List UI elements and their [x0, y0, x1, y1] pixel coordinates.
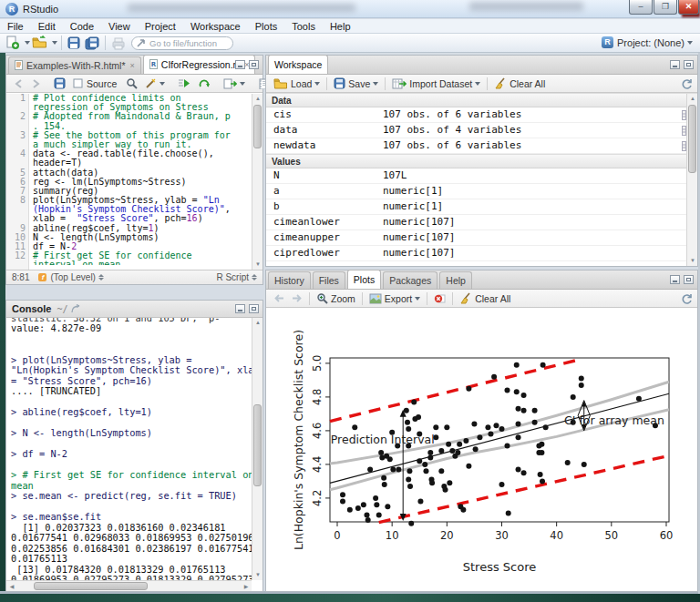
workspace-vertical-scrollbar[interactable]: ▲ ▼ [686, 94, 697, 266]
line-number: 12 [6, 251, 29, 260]
goto-file-search-input[interactable]: Go to file/function [131, 36, 233, 50]
workspace-row-cis[interactable]: cis107 obs. of 6 variables [266, 107, 697, 123]
rerun-previous-icon[interactable] [194, 76, 214, 92]
workspace-row-cimeanlower[interactable]: cimeanlowernumeric[107] [266, 215, 697, 230]
forward-icon[interactable] [27, 76, 45, 92]
scope-label[interactable]: (Top Level) [50, 272, 95, 282]
data-point [532, 408, 538, 413]
export-plot-button[interactable]: Export [365, 291, 424, 307]
tab-files[interactable]: Files [313, 271, 345, 289]
window-title: RStudio [23, 4, 58, 15]
data-point [539, 450, 544, 455]
scroll-up-arrow[interactable]: ▲ [687, 94, 698, 104]
pane-maximize-icon[interactable] [249, 60, 259, 69]
menu-workspace[interactable]: Workspace [183, 19, 248, 34]
scroll-right-arrow[interactable]: ▶ [241, 582, 252, 592]
pane-minimize-icon[interactable] [670, 60, 680, 69]
data-point [367, 466, 373, 472]
editor-vertical-scrollbar[interactable]: ▲ ▼ [252, 94, 262, 270]
plots-toolbar: Zoom Export Clear All [266, 290, 697, 308]
scroll-down-arrow[interactable]: ▼ [252, 570, 263, 580]
next-plot-icon[interactable] [288, 291, 306, 307]
pane-maximize-icon[interactable] [684, 275, 694, 284]
tab-workspace[interactable]: Workspace [268, 55, 328, 74]
file-type-label[interactable]: R Script [216, 272, 249, 282]
code-tools-caret[interactable] [160, 82, 165, 86]
new-file-caret[interactable] [25, 41, 30, 45]
pane-minimize-icon[interactable] [235, 304, 245, 313]
previous-plot-icon[interactable] [270, 291, 288, 307]
load-workspace-button[interactable]: Load [270, 76, 324, 92]
data-point [521, 393, 527, 398]
open-file-caret[interactable] [52, 41, 57, 45]
workspace-row-a[interactable]: anumeric[1] [266, 184, 697, 199]
new-file-icon[interactable] [5, 36, 20, 50]
goto-directory-icon[interactable] [71, 304, 82, 313]
workspace-row-cimeanupper[interactable]: cimeanuppernumeric[107] [266, 230, 697, 246]
menu-plots[interactable]: Plots [248, 19, 284, 34]
remove-plot-icon[interactable] [430, 291, 449, 307]
close-button[interactable]: ✕ [678, 0, 699, 15]
console-horizontal-scrollbar[interactable]: ◀ ▶ [6, 580, 252, 591]
run-line-icon[interactable] [174, 76, 194, 92]
pane-minimize-icon[interactable] [235, 60, 245, 69]
workspace-row-cipredlower[interactable]: cipredlowernumeric[107] [266, 246, 697, 261]
workspace-row-data[interactable]: data107 obs. of 4 variables [266, 123, 697, 138]
find-replace-icon[interactable] [122, 76, 141, 92]
menu-tools[interactable]: Tools [284, 19, 323, 34]
tab-examples-with-r-html-[interactable]: Examples-With-R.html*× [8, 56, 141, 74]
pane-minimize-icon[interactable] [670, 275, 680, 284]
scroll-down-arrow[interactable]: ▼ [252, 260, 263, 270]
scrollbar-thumb[interactable] [253, 105, 262, 148]
open-file-icon[interactable] [32, 36, 47, 50]
code-editor[interactable]: 1# Plot confidence limits onregression o… [6, 94, 262, 270]
print-icon[interactable] [111, 36, 126, 50]
line-number [6, 214, 29, 223]
data-point [543, 424, 549, 430]
tab-history[interactable]: History [268, 271, 311, 289]
menu-help[interactable]: Help [323, 19, 358, 34]
console-vertical-scrollbar[interactable]: ▲ ▼ [252, 318, 262, 580]
save-icon[interactable] [67, 36, 81, 50]
code-tools-wand-icon[interactable] [141, 76, 169, 92]
clear-all-plots-button[interactable]: Clear All [456, 291, 514, 307]
menu-code[interactable]: Code [63, 19, 101, 34]
save-workspace-button[interactable]: Save [330, 76, 382, 92]
workspace-row-N[interactable]: N107L [266, 168, 697, 184]
scroll-down-arrow[interactable]: ▼ [687, 256, 698, 266]
save-all-icon[interactable] [85, 36, 99, 50]
console-output[interactable]: statistic: 38.32 on 1 and 105 DF, p-valu… [6, 318, 252, 580]
source-file-caret[interactable] [240, 82, 245, 86]
refresh-icon[interactable] [680, 77, 693, 92]
workspace-row-newdata[interactable]: newdata107 obs. of 6 variables [266, 138, 697, 154]
maximize-button[interactable]: ❐ [654, 0, 677, 15]
menu-view[interactable]: View [101, 19, 138, 34]
console-line: "Ln(Hopkin's Symptom Checklist Score)", … [11, 365, 252, 376]
back-icon[interactable] [10, 76, 27, 92]
tab-packages[interactable]: Packages [383, 271, 438, 289]
refresh-icon[interactable] [680, 292, 693, 307]
save-source-icon[interactable] [50, 76, 69, 92]
tab-plots[interactable]: Plots [347, 270, 381, 289]
source-file-icon[interactable] [220, 76, 249, 92]
minimize-button[interactable]: ‒ [629, 0, 653, 15]
menu-file[interactable]: File [0, 19, 31, 34]
pane-maximize-icon[interactable] [684, 60, 694, 69]
source-on-save-checkbox[interactable] [69, 76, 87, 92]
scrollbar-thumb[interactable] [688, 105, 696, 173]
scroll-up-arrow[interactable]: ▲ [252, 318, 263, 328]
workspace-row-b[interactable]: bnumeric[1] [266, 199, 697, 215]
tab-help[interactable]: Help [439, 271, 472, 289]
clear-all-button[interactable]: Clear All [490, 76, 549, 92]
menu-edit[interactable]: Edit [31, 19, 63, 34]
scroll-up-arrow[interactable]: ▲ [252, 94, 263, 104]
tab-close-icon[interactable]: × [130, 61, 135, 70]
pane-maximize-icon[interactable] [249, 304, 259, 313]
menu-project[interactable]: Project [138, 19, 183, 34]
project-menu-button[interactable]: R Project: (None) [602, 36, 693, 48]
zoom-plot-button[interactable]: Zoom [313, 291, 359, 307]
import-dataset-button[interactable]: Import Dataset [388, 76, 484, 92]
scrollbar-thumb[interactable] [253, 404, 262, 486]
scrollbar-thumb[interactable] [34, 582, 148, 590]
scroll-left-arrow[interactable]: ◀ [6, 582, 17, 592]
